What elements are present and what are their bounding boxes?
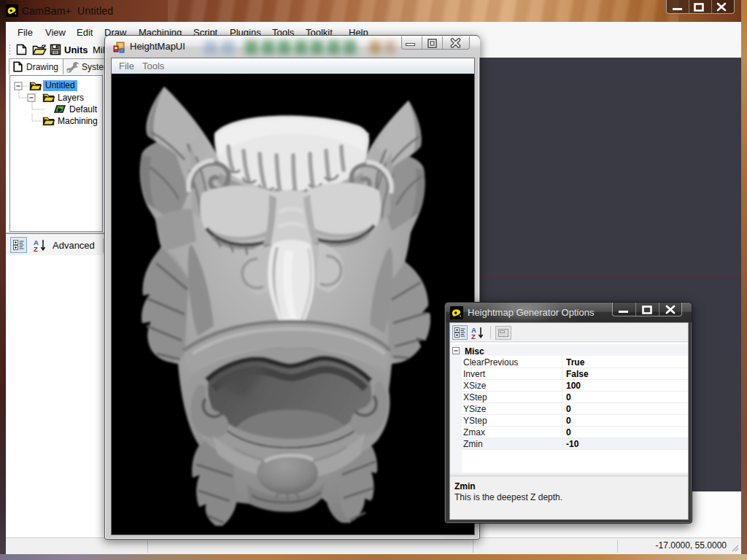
svg-text:Z: Z [34, 245, 38, 252]
svg-text:Z: Z [471, 332, 476, 340]
